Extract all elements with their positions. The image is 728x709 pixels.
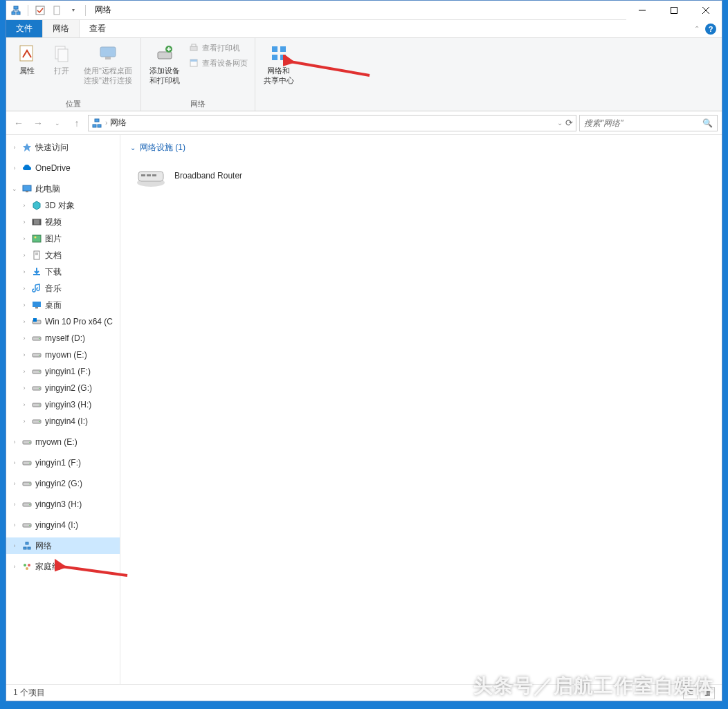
back-button[interactable]: ← xyxy=(10,115,27,131)
tree-item-documents[interactable]: ›文档 xyxy=(6,247,120,264)
tab-file[interactable]: 文件 xyxy=(6,20,42,37)
collapse-ribbon-icon[interactable]: ⌃ xyxy=(694,25,700,33)
tree-item-drive-e[interactable]: ›myown (E:) xyxy=(6,347,120,363)
tree-item-this-pc[interactable]: ⌄此电脑 xyxy=(6,181,120,197)
content-pane[interactable]: ⌄ 网络设施 (1) Broadband Router xyxy=(120,135,722,684)
document-icon[interactable] xyxy=(50,3,64,17)
close-button[interactable] xyxy=(690,1,722,20)
properties-label: 属性 xyxy=(19,66,35,75)
expand-icon[interactable]: › xyxy=(10,563,19,570)
tree-item-homegroup[interactable]: ›家庭组 xyxy=(6,558,120,575)
svg-point-68 xyxy=(28,564,30,567)
expand-icon[interactable]: › xyxy=(20,385,28,392)
expand-icon[interactable]: › xyxy=(20,318,28,325)
device-item-router[interactable]: Broadband Router xyxy=(130,159,324,192)
tree-item-label: yingyin3 (H:) xyxy=(45,400,91,409)
obj3d-icon xyxy=(31,200,42,211)
expand-icon[interactable]: › xyxy=(20,401,28,408)
video-icon xyxy=(31,217,42,228)
expand-icon[interactable]: › xyxy=(20,252,28,259)
expand-icon[interactable]: › xyxy=(20,351,28,358)
tree-item-label: yingyin3 (H:) xyxy=(35,499,82,509)
tree-item-music[interactable]: ›音乐 xyxy=(6,280,120,297)
recent-dropdown[interactable]: ⌄ xyxy=(49,115,66,131)
expand-icon[interactable]: › xyxy=(10,165,19,172)
tree-item-drive-c[interactable]: ›Win 10 Pro x64 (C xyxy=(6,313,120,330)
help-icon[interactable]: ? xyxy=(705,24,716,35)
expand-icon[interactable]: ⌄ xyxy=(10,185,19,192)
network-icon[interactable] xyxy=(9,3,23,17)
tree-item-loc-yy4[interactable]: ›yingyin4 (I:) xyxy=(6,517,120,533)
tree-item-loc-yy2[interactable]: ›yingyin2 (G:) xyxy=(6,475,120,492)
expand-icon[interactable]: › xyxy=(10,542,19,549)
maximize-button[interactable] xyxy=(658,1,690,20)
tree-item-drive-f[interactable]: ›yingyin1 (F:) xyxy=(6,363,120,380)
refresh-button[interactable]: ⟳ xyxy=(565,118,573,128)
expand-icon[interactable]: › xyxy=(10,439,19,445)
address-bar[interactable]: › 网络 ⌄ ⟳ xyxy=(88,115,576,131)
expand-icon[interactable]: › xyxy=(20,302,28,309)
tree-item-loc-yy1[interactable]: ›yingyin1 (F:) xyxy=(6,454,120,471)
tree-item-downloads[interactable]: ›下载 xyxy=(6,264,120,280)
expand-icon[interactable]: › xyxy=(20,235,28,242)
group-header-label: 网络设施 (1) xyxy=(140,142,185,154)
expand-icon[interactable]: › xyxy=(10,459,19,466)
svg-rect-72 xyxy=(141,174,145,176)
address-location[interactable]: 网络 xyxy=(110,117,127,129)
address-dropdown-icon[interactable]: ⌄ xyxy=(557,119,563,127)
tree-item-loc-myown[interactable]: ›myown (E:) xyxy=(6,434,120,450)
expand-icon[interactable]: › xyxy=(10,480,19,487)
tree-item-label: 家庭组 xyxy=(35,561,60,573)
properties-button[interactable]: 属性 xyxy=(10,41,44,77)
group-header-network-infrastructure[interactable]: ⌄ 网络设施 (1) xyxy=(130,142,712,154)
svg-rect-14 xyxy=(158,52,172,59)
details-view-button[interactable]: ☰ xyxy=(683,687,698,699)
tree-item-loc-yy3[interactable]: ›yingyin3 (H:) xyxy=(6,496,120,513)
group-network-label: 网络 xyxy=(145,98,251,109)
add-device-button[interactable]: 添加设备 和打印机 xyxy=(145,41,184,87)
tree-item-videos[interactable]: ›视频 xyxy=(6,214,120,230)
expand-icon[interactable]: › xyxy=(20,418,28,425)
tree-item-desktop[interactable]: ›桌面 xyxy=(6,297,120,313)
search-input[interactable] xyxy=(584,118,702,128)
qat-dropdown-icon[interactable]: ▾ xyxy=(66,3,80,17)
tree-item-pictures[interactable]: ›图片 xyxy=(6,230,120,247)
expand-icon[interactable]: › xyxy=(20,219,28,225)
expand-icon[interactable]: › xyxy=(20,202,28,209)
tree-item-drive-d[interactable]: ›myself (D:) xyxy=(6,330,120,347)
device-page-icon xyxy=(188,57,199,68)
up-button[interactable]: ↑ xyxy=(69,115,85,131)
drive-icon xyxy=(21,519,33,531)
tree-item-drive-i[interactable]: ›yingyin4 (I:) xyxy=(6,413,120,430)
expand-icon[interactable]: › xyxy=(10,522,19,528)
search-box[interactable]: 🔍 xyxy=(579,115,718,131)
tree-item-quick-access[interactable]: ›快速访问 xyxy=(6,139,120,156)
group-location-label: 位置 xyxy=(10,98,136,109)
tree-item-network[interactable]: ›网络 xyxy=(6,537,120,554)
expand-icon[interactable]: › xyxy=(20,368,28,375)
expand-icon[interactable]: › xyxy=(20,335,28,342)
tree-item-label: 此电脑 xyxy=(35,183,60,195)
icons-view-button[interactable]: ▦ xyxy=(700,687,715,699)
tree-item-label: yingyin1 (F:) xyxy=(45,367,91,376)
navigation-pane[interactable]: ›快速访问›OneDrive⌄此电脑›3D 对象›视频›图片›文档›下载›音乐›… xyxy=(6,135,120,684)
tree-item-drive-g[interactable]: ›yingyin2 (G:) xyxy=(6,380,120,396)
tab-network[interactable]: 网络 xyxy=(42,20,80,37)
tree-item-objects-3d[interactable]: ›3D 对象 xyxy=(6,197,120,214)
tree-item-drive-h[interactable]: ›yingyin3 (H:) xyxy=(6,396,120,413)
expand-icon[interactable]: › xyxy=(10,501,19,508)
chevron-right-icon[interactable]: › xyxy=(105,119,107,127)
svg-rect-39 xyxy=(35,307,38,309)
checkbox-icon[interactable] xyxy=(33,3,47,17)
expand-icon[interactable]: › xyxy=(20,285,28,292)
network-center-button[interactable]: 网络和 共享中心 xyxy=(260,41,298,87)
drive-icon xyxy=(21,499,33,510)
minimize-button[interactable] xyxy=(626,1,658,20)
svg-rect-4 xyxy=(54,6,60,15)
expand-icon[interactable]: › xyxy=(10,144,19,151)
expand-icon[interactable]: › xyxy=(20,268,28,275)
tab-view[interactable]: 查看 xyxy=(80,20,116,37)
tree-item-onedrive[interactable]: ›OneDrive xyxy=(6,160,120,176)
forward-button[interactable]: → xyxy=(30,115,46,131)
search-icon[interactable]: 🔍 xyxy=(702,118,713,128)
